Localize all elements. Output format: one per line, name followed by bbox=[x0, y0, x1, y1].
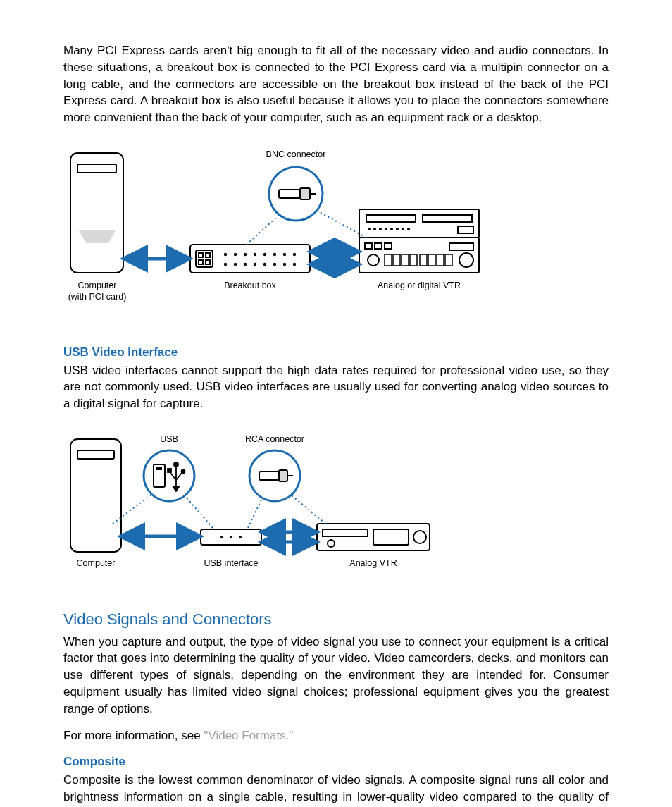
diagram-usb-interface: USB RCA connector bbox=[63, 425, 609, 592]
svg-rect-67 bbox=[168, 469, 171, 472]
composite-paragraph: Composite is the lowest common denominat… bbox=[63, 772, 609, 807]
svg-rect-43 bbox=[385, 243, 392, 249]
analog-vtr-icon bbox=[317, 524, 430, 550]
svg-rect-64 bbox=[156, 467, 162, 470]
svg-point-38 bbox=[407, 228, 410, 230]
svg-rect-61 bbox=[77, 450, 114, 459]
svg-point-36 bbox=[396, 228, 399, 230]
svg-point-21 bbox=[273, 263, 276, 266]
svg-point-75 bbox=[230, 536, 232, 538]
svg-point-20 bbox=[263, 263, 266, 266]
svg-line-87 bbox=[248, 498, 262, 528]
svg-point-16 bbox=[224, 263, 227, 266]
svg-point-37 bbox=[402, 228, 404, 230]
svg-point-34 bbox=[385, 228, 387, 230]
svg-point-9 bbox=[234, 253, 237, 256]
svg-point-62 bbox=[144, 450, 194, 501]
svg-point-74 bbox=[220, 536, 223, 538]
svg-point-66 bbox=[174, 462, 178, 467]
svg-rect-41 bbox=[365, 243, 372, 249]
svg-point-14 bbox=[283, 253, 286, 256]
svg-rect-47 bbox=[393, 254, 400, 266]
svg-rect-29 bbox=[366, 215, 416, 222]
usb-interface-label: USB interface bbox=[204, 558, 258, 568]
svg-point-11 bbox=[254, 253, 256, 256]
svg-point-35 bbox=[390, 228, 393, 230]
more-info-text: For more information, see bbox=[63, 729, 204, 742]
breakout-box-icon bbox=[190, 245, 310, 273]
svg-point-22 bbox=[283, 263, 286, 266]
svg-rect-1 bbox=[77, 164, 116, 173]
intro-paragraph: Many PCI Express cards aren't big enough… bbox=[63, 42, 609, 126]
svg-line-58 bbox=[247, 215, 279, 245]
composite-heading: Composite bbox=[63, 753, 609, 770]
svg-rect-78 bbox=[323, 529, 368, 536]
svg-point-18 bbox=[244, 263, 247, 266]
svg-rect-50 bbox=[420, 254, 427, 266]
svg-point-31 bbox=[368, 228, 371, 230]
svg-point-79 bbox=[328, 540, 335, 547]
rca-connector-icon bbox=[249, 450, 300, 501]
bnc-connector-label: BNC connector bbox=[266, 149, 326, 159]
svg-rect-7 bbox=[206, 260, 210, 264]
computer-icon bbox=[70, 153, 123, 273]
svg-rect-30 bbox=[423, 215, 472, 222]
vtr-icon bbox=[359, 209, 479, 273]
svg-line-86 bbox=[185, 495, 213, 528]
svg-point-19 bbox=[254, 263, 256, 266]
computer-label-2: (with PCI card) bbox=[68, 292, 127, 302]
svg-point-15 bbox=[293, 253, 296, 256]
svg-rect-53 bbox=[445, 254, 452, 266]
svg-rect-39 bbox=[458, 226, 473, 233]
usb-label: USB bbox=[160, 434, 178, 444]
diagram-breakout-box: BNC connector bbox=[63, 139, 609, 327]
usb-connector-icon bbox=[144, 450, 194, 501]
svg-rect-4 bbox=[199, 253, 203, 257]
svg-rect-5 bbox=[206, 253, 210, 257]
video-signals-heading: Video Signals and Connectors bbox=[63, 609, 609, 631]
usb-paragraph: USB video interfaces cannot support the … bbox=[63, 362, 609, 412]
usb-video-interface-heading: USB Video Interface bbox=[63, 344, 609, 361]
svg-point-81 bbox=[413, 531, 426, 543]
signals-paragraph: When you capture and output, the type of… bbox=[63, 634, 609, 717]
svg-point-32 bbox=[373, 228, 376, 230]
svg-rect-71 bbox=[279, 470, 287, 481]
usb-interface-icon bbox=[201, 529, 261, 545]
video-formats-link[interactable]: "Video Formats." bbox=[204, 729, 293, 742]
computer-label-1: Computer bbox=[78, 281, 117, 290]
svg-point-23 bbox=[293, 263, 296, 266]
computer-label: Computer bbox=[77, 558, 116, 568]
rca-label: RCA connector bbox=[245, 434, 304, 444]
svg-point-54 bbox=[459, 253, 473, 267]
svg-rect-25 bbox=[279, 190, 300, 198]
svg-rect-42 bbox=[375, 243, 382, 249]
svg-rect-51 bbox=[428, 254, 435, 266]
computer-icon bbox=[70, 439, 121, 552]
svg-rect-46 bbox=[385, 254, 392, 266]
svg-rect-48 bbox=[402, 254, 409, 266]
breakout-box-label: Breakout box bbox=[224, 281, 276, 290]
svg-rect-80 bbox=[373, 529, 409, 545]
svg-point-76 bbox=[239, 536, 242, 538]
analog-vtr-label: Analog VTR bbox=[349, 558, 397, 568]
svg-point-10 bbox=[244, 253, 247, 256]
svg-rect-26 bbox=[300, 188, 310, 199]
svg-point-13 bbox=[273, 253, 276, 256]
more-info-paragraph: For more information, see "Video Formats… bbox=[63, 727, 609, 744]
svg-rect-52 bbox=[437, 254, 444, 266]
svg-point-12 bbox=[263, 253, 266, 256]
svg-rect-70 bbox=[259, 472, 279, 480]
svg-line-88 bbox=[292, 495, 325, 524]
svg-point-33 bbox=[379, 228, 382, 230]
svg-point-17 bbox=[234, 263, 237, 266]
svg-rect-49 bbox=[410, 254, 417, 266]
bnc-connector-icon bbox=[269, 167, 323, 221]
svg-rect-44 bbox=[449, 243, 473, 250]
svg-point-45 bbox=[368, 254, 379, 266]
svg-point-8 bbox=[224, 253, 227, 256]
vtr-label: Analog or digital VTR bbox=[378, 281, 461, 290]
svg-rect-6 bbox=[199, 260, 203, 264]
svg-point-68 bbox=[182, 469, 185, 473]
